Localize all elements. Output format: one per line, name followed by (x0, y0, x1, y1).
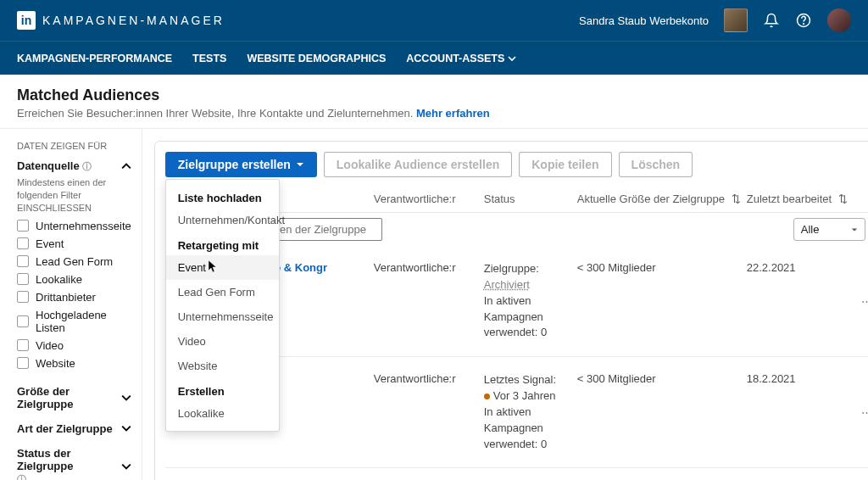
row-resp: Verantwortliche:r (374, 372, 484, 385)
dropdown-group-create: Erstellen (166, 378, 279, 401)
dropdown-group-retargeting: Retargeting mit (166, 232, 279, 255)
filter-section-type[interactable]: Art der Zielgruppe (17, 422, 131, 435)
caret-down-icon (851, 226, 858, 233)
create-lookalike-button[interactable]: Lookalike Audience erstellen (324, 152, 512, 177)
svg-point-1 (804, 24, 804, 25)
page-subtitle: Erreichen Sie Besucher:innen Ihrer Websi… (17, 107, 413, 120)
nav-tests[interactable]: TESTS (192, 53, 226, 64)
row-resp: Verantwortliche:r (374, 261, 484, 274)
table-header-resp: Verantwortliche:r (374, 193, 484, 205)
delete-button[interactable]: Löschen (619, 152, 693, 177)
dropdown-item-unternehmensseite[interactable]: Unternehmensseite (166, 304, 279, 329)
table-header-date[interactable]: Zuletzt bearbeitet⇅ (747, 193, 865, 205)
create-audience-dropdown: Liste hochladen Unternehmen/Kontakt Reta… (165, 179, 280, 432)
row-status: Zielgruppe: Archiviert In aktiven Kampag… (484, 261, 577, 341)
filter-leadgen[interactable]: Lead Gen Form (17, 255, 131, 268)
chevron-down-icon (508, 54, 516, 63)
filter-website[interactable]: Website (17, 357, 131, 370)
dropdown-item-event[interactable]: Event (166, 255, 279, 280)
filter-lookalike[interactable]: Lookalike (17, 273, 131, 286)
account-name: Sandra Staub Werbekonto (579, 14, 709, 27)
table-header-status: Status (484, 193, 577, 205)
notifications-icon[interactable] (763, 12, 780, 29)
row-date: 22.2.2021 (747, 261, 865, 274)
filter-drittanbieter[interactable]: Drittanbieter (17, 291, 131, 304)
dropdown-item-company-contact[interactable]: Unternehmen/Kontakt (166, 208, 279, 232)
filter-event[interactable]: Event (17, 237, 131, 250)
dropdown-item-website[interactable]: Website (166, 354, 279, 378)
caret-down-icon (296, 160, 304, 169)
row-date: 18.2.2021 (747, 372, 865, 385)
filter-listen[interactable]: Hochgeladene Listen (17, 309, 131, 334)
copy-share-button[interactable]: Kopie teilen (519, 152, 611, 177)
dropdown-item-leadgen[interactable]: Lead Gen Form (166, 280, 279, 304)
nav-website-demographics[interactable]: WEBSITE DEMOGRAPHICS (247, 53, 386, 64)
chevron-up-icon (121, 161, 131, 171)
cursor-icon (209, 260, 219, 274)
nav-account-assets[interactable]: ACCOUNT-ASSETS (406, 53, 516, 64)
date-filter-select[interactable]: Alle (793, 218, 865, 241)
create-audience-button[interactable]: Zielgruppe erstellen (165, 152, 317, 177)
help-icon: ⓘ (17, 474, 26, 480)
filter-section-status[interactable]: Status der Zielgruppeⓘ (17, 447, 131, 480)
row-more-icon[interactable]: ⋯ (861, 295, 868, 308)
chevron-down-icon (121, 461, 131, 472)
chevron-down-icon (121, 393, 131, 403)
app-name: KAMPAGNEN-MANAGER (42, 14, 225, 27)
linkedin-logo-icon: in (17, 11, 36, 30)
filter-unternehmensseite[interactable]: Unternehmensseite (17, 220, 131, 232)
chevron-down-icon (121, 423, 131, 433)
filter-section-size[interactable]: Größe der Zielgruppe (17, 385, 131, 410)
dropdown-item-lookalike[interactable]: Lookalike (166, 401, 279, 426)
table-header-size[interactable]: Aktuelle Größe der Zielgruppe⇅ (577, 193, 747, 205)
dropdown-group-upload: Liste hochladen (166, 185, 279, 208)
row-size: < 300 Mitglieder (577, 261, 747, 274)
row-more-icon[interactable]: ⋯ (861, 406, 868, 419)
user-avatar[interactable] (827, 8, 851, 32)
nav-kampagnen-performance[interactable]: KAMPAGNEN-PERFORMANCE (17, 53, 172, 64)
learn-more-link[interactable]: Mehr erfahren (416, 107, 490, 120)
filter-section-datenquelle[interactable]: Datenquelle ⓘ (17, 159, 131, 173)
filter-help-text: Mindestens einen der folgenden FilterEIN… (17, 176, 131, 215)
row-size: < 300 Mitglieder (577, 372, 747, 385)
page-title: Matched Audiences (17, 87, 851, 104)
dropdown-item-video[interactable]: Video (166, 329, 279, 354)
help-icon[interactable] (795, 12, 812, 29)
account-avatar[interactable] (724, 8, 748, 32)
filter-video[interactable]: Video (17, 339, 131, 352)
status-dot-icon (484, 393, 490, 399)
sidebar-heading: DATEN ZEIGEN FÜR (17, 141, 131, 151)
sort-icon: ⇅ (732, 193, 741, 205)
row-status: Letztes Signal: Vor 3 Jahren In aktiven … (484, 372, 577, 452)
sort-icon: ⇅ (838, 193, 848, 205)
help-icon: ⓘ (82, 161, 92, 171)
